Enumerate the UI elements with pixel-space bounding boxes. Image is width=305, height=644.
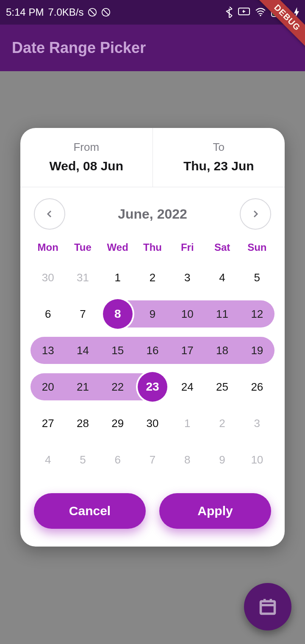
day-1-other[interactable]: 1 (170, 410, 205, 437)
cancel-button[interactable]: Cancel (34, 493, 146, 529)
day-4-other[interactable]: 4 (30, 446, 65, 473)
status-left: 5:14 PM 7.0KB/s (6, 6, 111, 18)
day-13[interactable]: 13 (30, 337, 65, 364)
status-bar: 5:14 PM 7.0KB/s 100 (0, 0, 305, 25)
day-2[interactable]: 2 (135, 264, 170, 291)
month-nav: June, 2022 (20, 187, 285, 234)
day-9[interactable]: 9 (135, 300, 170, 328)
dialog-actions: Cancel Apply (20, 480, 285, 547)
calendar-grid: 3031123456789101112131415161718192021222… (20, 255, 285, 480)
from-cell[interactable]: From Wed, 08 Jun (20, 128, 153, 187)
day-8-other[interactable]: 8 (170, 446, 205, 473)
day-6-other[interactable]: 6 (100, 446, 135, 473)
day-18[interactable]: 18 (205, 337, 239, 364)
day-16[interactable]: 16 (135, 337, 170, 364)
range-end-day[interactable]: 23 (135, 373, 170, 400)
calendar-week: 303112345 (30, 259, 274, 296)
svg-point-5 (260, 15, 261, 16)
day-10[interactable]: 10 (170, 300, 205, 328)
day-1[interactable]: 1 (100, 264, 135, 291)
day-5-other[interactable]: 5 (65, 446, 100, 473)
next-month-button[interactable] (240, 198, 271, 230)
weekday-mon: Mon (30, 242, 65, 253)
date-range-dialog: From Wed, 08 Jun To Thu, 23 Jun June, 20… (20, 128, 285, 547)
day-9-other[interactable]: 9 (205, 446, 239, 473)
day-25[interactable]: 25 (205, 373, 239, 400)
calendar-week: 20212223242526 (30, 369, 274, 405)
day-29[interactable]: 29 (100, 410, 135, 437)
day-6[interactable]: 6 (30, 300, 65, 328)
keyboard-hide-icon (238, 8, 250, 17)
calendar-week: 13141516171819 (30, 332, 274, 369)
day-15[interactable]: 15 (100, 337, 135, 364)
svg-rect-6 (261, 601, 275, 613)
open-calendar-fab[interactable] (244, 583, 291, 630)
calendar-week: 6789101112 (30, 296, 274, 332)
day-2-other[interactable]: 2 (205, 410, 239, 437)
day-19[interactable]: 19 (240, 337, 274, 364)
dnd-icon (88, 8, 97, 17)
app-bar: Date Range Picker (0, 25, 305, 71)
day-8[interactable]: 8 (103, 299, 133, 329)
calendar-week: 45678910 (30, 441, 274, 478)
prev-month-button[interactable] (34, 198, 65, 230)
day-28[interactable]: 28 (65, 410, 100, 437)
day-30-other[interactable]: 30 (30, 264, 65, 291)
to-label: To (153, 141, 285, 154)
day-20[interactable]: 20 (30, 373, 65, 400)
day-3[interactable]: 3 (170, 264, 205, 291)
weekday-row: MonTueWedThuFriSatSun (20, 234, 285, 255)
apply-button[interactable]: Apply (159, 493, 271, 529)
wifi-icon (255, 8, 266, 17)
day-21[interactable]: 21 (65, 373, 100, 400)
dnd-icon (101, 8, 111, 17)
svg-line-1 (90, 10, 95, 15)
calendar-icon (258, 597, 277, 616)
day-10-other[interactable]: 10 (240, 446, 274, 473)
svg-line-3 (104, 10, 108, 15)
to-value: Thu, 23 Jun (153, 159, 285, 173)
day-17[interactable]: 17 (170, 337, 205, 364)
weekday-tue: Tue (65, 242, 100, 253)
bluetooth-icon (225, 7, 233, 18)
day-27[interactable]: 27 (30, 410, 65, 437)
day-23[interactable]: 23 (138, 372, 167, 402)
weekday-wed: Wed (100, 242, 135, 253)
to-cell[interactable]: To Thu, 23 Jun (153, 128, 285, 187)
weekday-thu: Thu (135, 242, 170, 253)
day-24[interactable]: 24 (170, 373, 205, 400)
day-26[interactable]: 26 (240, 373, 274, 400)
chevron-right-icon (250, 209, 261, 219)
day-30[interactable]: 30 (135, 410, 170, 437)
day-11[interactable]: 11 (205, 300, 239, 328)
chevron-left-icon (44, 209, 55, 219)
day-4[interactable]: 4 (205, 264, 239, 291)
calendar-week: 27282930123 (30, 405, 274, 441)
day-5[interactable]: 5 (240, 264, 274, 291)
weekday-fri: Fri (170, 242, 205, 253)
day-12[interactable]: 12 (240, 300, 274, 328)
day-14[interactable]: 14 (65, 337, 100, 364)
page-title: Date Range Picker (12, 39, 146, 57)
weekday-sun: Sun (240, 242, 274, 253)
status-net-speed: 7.0KB/s (48, 6, 83, 18)
range-start-day[interactable]: 8 (100, 300, 135, 328)
day-7[interactable]: 7 (65, 300, 100, 328)
day-31-other[interactable]: 31 (65, 264, 100, 291)
day-7-other[interactable]: 7 (135, 446, 170, 473)
status-time: 5:14 PM (6, 6, 44, 18)
from-value: Wed, 08 Jun (20, 159, 152, 173)
month-title: June, 2022 (118, 206, 187, 222)
day-3-other[interactable]: 3 (240, 410, 274, 437)
day-22[interactable]: 22 (100, 373, 135, 400)
weekday-sat: Sat (205, 242, 239, 253)
from-label: From (20, 141, 152, 154)
range-header: From Wed, 08 Jun To Thu, 23 Jun (20, 128, 285, 187)
